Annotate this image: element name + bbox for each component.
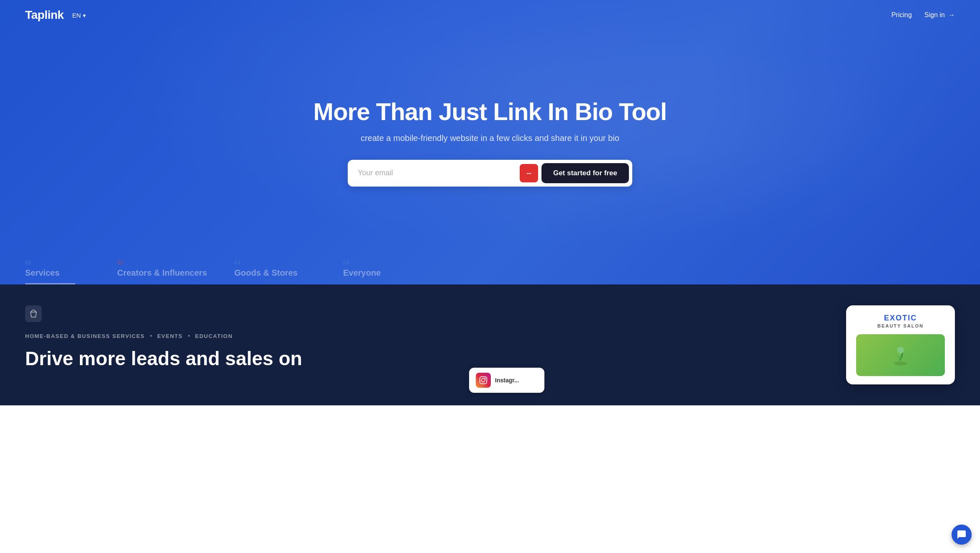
header: Taplink EN Pricing Sign in <box>0 0 980 30</box>
bag-icon <box>25 305 42 322</box>
svg-point-3 <box>530 173 531 174</box>
content-left: HOME-BASED & BUSINESS SERVICES • EVENTS … <box>25 305 477 369</box>
content-section: HOME-BASED & BUSINESS SERVICES • EVENTS … <box>0 284 980 405</box>
content-tags: HOME-BASED & BUSINESS SERVICES • EVENTS … <box>25 332 477 340</box>
svg-point-8 <box>894 361 907 366</box>
exotic-title: EXOTIC <box>856 314 945 323</box>
arrow-right-icon <box>948 11 955 19</box>
exotic-image <box>856 334 945 376</box>
content-right: Instagr... EXOTIC BEAUTY SALON <box>503 305 955 384</box>
message-icon <box>524 169 534 178</box>
email-icon-button[interactable] <box>520 164 538 182</box>
tag-education: EDUCATION <box>195 333 233 339</box>
email-input[interactable] <box>358 164 520 182</box>
lang-selector[interactable]: EN <box>72 12 86 19</box>
svg-point-2 <box>528 173 530 174</box>
hero-content: More Than Just Link In Bio Tool create a… <box>305 98 675 187</box>
svg-point-9 <box>897 347 904 353</box>
instagram-label: Instagr... <box>495 377 519 384</box>
header-left: Taplink EN <box>25 8 86 22</box>
pricing-link[interactable]: Pricing <box>891 11 912 19</box>
instagram-card: Instagr... <box>469 368 544 393</box>
tag-services: HOME-BASED & BUSINESS SERVICES <box>25 333 145 339</box>
svg-rect-5 <box>480 377 487 384</box>
plant-icon <box>888 343 913 368</box>
svg-point-6 <box>482 379 485 382</box>
instagram-icon <box>476 373 491 388</box>
svg-point-7 <box>485 378 486 379</box>
hero-section: More Than Just Link In Bio Tool create a… <box>0 0 980 284</box>
signin-link[interactable]: Sign in <box>924 11 955 19</box>
get-started-button[interactable]: Get started for free <box>541 163 629 183</box>
hero-subtitle: create a mobile-friendly website in a fe… <box>313 133 667 143</box>
svg-point-1 <box>527 173 528 174</box>
header-right: Pricing Sign in <box>891 11 955 19</box>
tag-dot-1: • <box>150 332 152 340</box>
svg-rect-4 <box>25 305 42 322</box>
logo[interactable]: Taplink <box>25 8 64 22</box>
signin-label: Sign in <box>924 11 945 19</box>
hero-title: More Than Just Link In Bio Tool <box>313 98 667 126</box>
bag-icon-container <box>25 305 477 324</box>
chevron-down-icon <box>83 12 86 19</box>
hero-form: Get started for free <box>348 160 632 187</box>
lang-label: EN <box>72 12 81 19</box>
tag-dot-2: • <box>188 332 190 340</box>
tag-events: EVENTS <box>157 333 183 339</box>
exotic-subtitle: BEAUTY SALON <box>856 323 945 328</box>
exotic-card: EXOTIC BEAUTY SALON <box>846 305 955 384</box>
content-headline: Drive more leads and sales on <box>25 348 477 369</box>
